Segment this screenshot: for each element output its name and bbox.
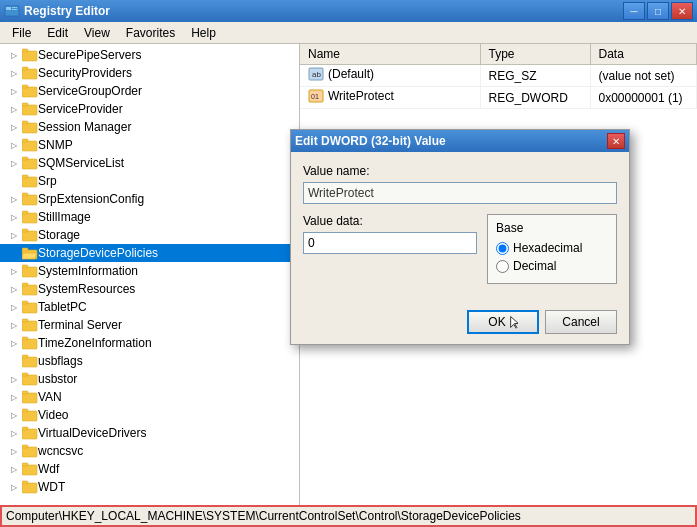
folder-icon xyxy=(22,444,38,458)
tree-item-systeminformation[interactable]: ▷ SystemInformation xyxy=(0,262,299,280)
tree-item-srp[interactable]: Srp xyxy=(0,172,299,190)
expand-icon: ▷ xyxy=(8,121,20,133)
hexadecimal-radio[interactable] xyxy=(496,242,509,255)
folder-icon xyxy=(22,120,38,134)
tree-item-video[interactable]: ▷ Video xyxy=(0,406,299,424)
svg-rect-41 xyxy=(22,375,37,385)
tree-item-srpextensionconfig[interactable]: ▷ SrpExtensionConfig xyxy=(0,190,299,208)
tree-item-wdf[interactable]: ▷ Wdf xyxy=(0,460,299,478)
tree-item-snmp[interactable]: ▷ SNMP xyxy=(0,136,299,154)
registry-table: Name Type Data ab (Default) xyxy=(300,44,697,109)
folder-icon xyxy=(22,84,38,98)
tree-label: SystemResources xyxy=(38,282,135,296)
menu-file[interactable]: File xyxy=(4,24,39,42)
folder-icon xyxy=(22,228,38,242)
tree-label: Video xyxy=(38,408,68,422)
tree-item-stillimage[interactable]: ▷ StillImage xyxy=(0,208,299,226)
ok-label: OK xyxy=(488,315,505,329)
svg-rect-9 xyxy=(22,85,28,88)
tree-item-sqmservicelist[interactable]: ▷ SQMServiceList xyxy=(0,154,299,172)
svg-marker-28 xyxy=(22,253,37,259)
tree-item-serviceprovider[interactable]: ▷ ServiceProvider xyxy=(0,100,299,118)
maximize-button[interactable]: □ xyxy=(647,2,669,20)
dialog-close-button[interactable]: ✕ xyxy=(607,133,625,149)
tree-item-timezoneinformation[interactable]: ▷ TimeZoneInformation xyxy=(0,334,299,352)
reg-name: ab (Default) xyxy=(300,65,480,87)
tree-label: VAN xyxy=(38,390,62,404)
cancel-button[interactable]: Cancel xyxy=(545,310,617,334)
svg-rect-49 xyxy=(22,447,37,457)
tree-label: SecurePipeServers xyxy=(38,48,141,62)
expand-icon: ▷ xyxy=(8,391,20,403)
svg-rect-20 xyxy=(22,195,37,205)
tree-item-storage[interactable]: ▷ Storage xyxy=(0,226,299,244)
status-bar: Computer\HKEY_LOCAL_MACHINE\SYSTEM\Curre… xyxy=(0,505,697,527)
svg-rect-17 xyxy=(22,157,28,160)
tree-label: StillImage xyxy=(38,210,91,224)
tree-item-virtualdevicedrivers[interactable]: ▷ VirtualDeviceDrivers xyxy=(0,424,299,442)
tree-scroll[interactable]: ▷ SecurePipeServers ▷ SecurityProviders … xyxy=(0,44,299,505)
close-button[interactable]: ✕ xyxy=(671,2,693,20)
svg-text:01: 01 xyxy=(311,93,319,100)
value-data-input[interactable] xyxy=(303,232,477,254)
tree-label: Wdf xyxy=(38,462,59,476)
dialog-body: Value name: Value data: Base Hexadecimal xyxy=(291,152,629,292)
svg-rect-12 xyxy=(22,123,37,133)
svg-rect-8 xyxy=(22,87,37,97)
table-row[interactable]: 01 WriteProtect REG_DWORD 0x00000001 (1) xyxy=(300,87,697,109)
tree-item-tabletpc[interactable]: ▷ TabletPC xyxy=(0,298,299,316)
tree-item-wdt[interactable]: ▷ WDT xyxy=(0,478,299,496)
folder-icon xyxy=(22,480,38,494)
tree-item-securepipeservers[interactable]: ▷ SecurePipeServers xyxy=(0,46,299,64)
tree-item-terminal-server[interactable]: ▷ Terminal Server xyxy=(0,316,299,334)
expand-icon: ▷ xyxy=(8,265,20,277)
tree-item-van[interactable]: ▷ VAN xyxy=(0,388,299,406)
default-value-icon: ab xyxy=(308,67,324,81)
menu-help[interactable]: Help xyxy=(183,24,224,42)
tree-label: ServiceProvider xyxy=(38,102,123,116)
svg-rect-4 xyxy=(22,51,37,61)
expand-icon: ▷ xyxy=(8,103,20,115)
tree-item-usbflags[interactable]: usbflags xyxy=(0,352,299,370)
menu-view[interactable]: View xyxy=(76,24,118,42)
tree-item-servicegrouporder[interactable]: ▷ ServiceGroupOrder xyxy=(0,82,299,100)
expand-icon: ▷ xyxy=(8,463,20,475)
folder-icon xyxy=(22,408,38,422)
app-icon xyxy=(4,3,20,19)
tree-item-session-manager[interactable]: ▷ Session Manager xyxy=(0,118,299,136)
minimize-button[interactable]: ─ xyxy=(623,2,645,20)
dialog-title-text: Edit DWORD (32-bit) Value xyxy=(295,134,446,148)
menu-favorites[interactable]: Favorites xyxy=(118,24,183,42)
tree-item-systemresources[interactable]: ▷ SystemResources xyxy=(0,280,299,298)
tree-label: SecurityProviders xyxy=(38,66,132,80)
tree-item-wcncsvc[interactable]: ▷ wcncsvc xyxy=(0,442,299,460)
expand-icon: ▷ xyxy=(8,49,20,61)
folder-icon xyxy=(22,354,38,368)
reg-icon-default: ab (Default) xyxy=(308,67,374,81)
svg-rect-38 xyxy=(22,337,28,340)
dialog-buttons: OK Cancel xyxy=(291,304,629,344)
decimal-radio[interactable] xyxy=(496,260,509,273)
hexadecimal-option[interactable]: Hexadecimal xyxy=(496,241,608,255)
svg-marker-59 xyxy=(510,317,517,329)
tree-label: SystemInformation xyxy=(38,264,138,278)
value-name-input[interactable] xyxy=(303,182,617,204)
folder-icon xyxy=(22,138,38,152)
ok-button[interactable]: OK xyxy=(467,310,539,334)
decimal-option[interactable]: Decimal xyxy=(496,259,608,273)
table-row[interactable]: ab (Default) REG_SZ (value not set) xyxy=(300,65,697,87)
menu-edit[interactable]: Edit xyxy=(39,24,76,42)
svg-rect-53 xyxy=(22,483,37,493)
tree-item-securityproviders[interactable]: ▷ SecurityProviders xyxy=(0,64,299,82)
tree-item-usbstor[interactable]: ▷ usbstor xyxy=(0,370,299,388)
svg-rect-45 xyxy=(22,411,37,421)
title-bar-left: Registry Editor xyxy=(4,3,110,19)
svg-rect-25 xyxy=(22,229,28,232)
tree-label: Srp xyxy=(38,174,57,188)
expand-icon: ▷ xyxy=(8,427,20,439)
tree-item-storagedevicepolicies[interactable]: StorageDevicePolicies xyxy=(0,244,299,262)
svg-rect-21 xyxy=(22,193,28,196)
tree-label: SrpExtensionConfig xyxy=(38,192,144,206)
dialog-row: Value data: Base Hexadecimal Decimal xyxy=(303,214,617,284)
svg-rect-46 xyxy=(22,409,28,412)
